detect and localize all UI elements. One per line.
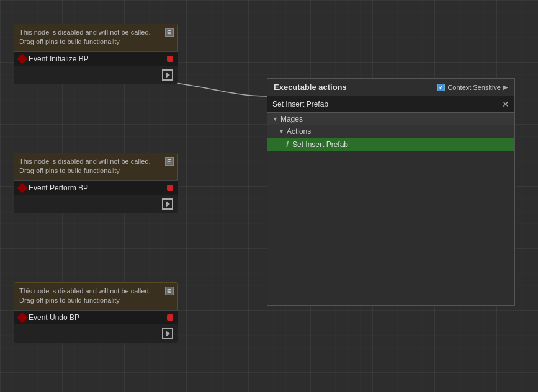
node-event-undo-bp: This node is disabled and will not be ca… bbox=[14, 282, 178, 343]
exec-panel-title: Executable actions bbox=[274, 82, 347, 92]
node-warning-3: This node is disabled and will not be ca… bbox=[14, 282, 178, 310]
function-icon: f bbox=[286, 140, 289, 149]
node-title-1: Event Initialize BP bbox=[29, 55, 164, 63]
node-body-1 bbox=[14, 66, 178, 84]
caret-actions: ▼ bbox=[279, 128, 284, 135]
subcategory-actions[interactable]: ▼ Actions bbox=[267, 125, 514, 138]
node-title-3: Event Undo BP bbox=[29, 313, 164, 322]
exec-arrow-2 bbox=[166, 201, 170, 207]
node-warning-icon-3: ⊟ bbox=[165, 287, 174, 295]
node-header-3: Event Undo BP bbox=[14, 310, 178, 324]
exec-panel-body: ▼ Mages ▼ Actions f Set Insert Prefab bbox=[267, 113, 514, 305]
caret-mages: ▼ bbox=[272, 116, 278, 122]
node-event-initialize-bp: This node is disabled and will not be ca… bbox=[14, 24, 178, 84]
search-bar: ✕ bbox=[267, 96, 514, 113]
action-set-insert-prefab[interactable]: f Set Insert Prefab bbox=[267, 138, 514, 151]
red-dot-2 bbox=[167, 185, 173, 191]
diamond-icon-3 bbox=[17, 312, 28, 323]
node-warning-1: This node is disabled and will not be ca… bbox=[14, 24, 178, 51]
subcategory-actions-label: Actions bbox=[287, 127, 311, 136]
diamond-icon-1 bbox=[17, 53, 28, 64]
exec-pin-out-3[interactable] bbox=[162, 328, 173, 339]
node-header-1: Event Initialize BP bbox=[14, 51, 178, 66]
exec-pin-out-2[interactable] bbox=[162, 198, 173, 210]
action-label: Set Insert Prefab bbox=[292, 140, 348, 149]
red-dot-1 bbox=[167, 56, 173, 62]
context-sensitive-label: Context Sensitive bbox=[447, 84, 501, 91]
category-mages-label: Mages bbox=[280, 115, 303, 123]
category-mages[interactable]: ▼ Mages bbox=[267, 113, 514, 125]
node-warning-icon-1: ⊟ bbox=[165, 28, 174, 37]
diamond-icon-2 bbox=[17, 182, 28, 193]
clear-search-button[interactable]: ✕ bbox=[497, 97, 514, 111]
chevron-right-icon: ▶ bbox=[503, 84, 508, 91]
context-sensitive-toggle[interactable]: ✓ Context Sensitive ▶ bbox=[437, 84, 508, 91]
exec-panel-header: Executable actions ✓ Context Sensitive ▶ bbox=[267, 79, 514, 96]
node-body-2 bbox=[14, 195, 178, 213]
red-dot-3 bbox=[167, 314, 173, 321]
exec-pin-out-1[interactable] bbox=[162, 69, 173, 81]
executable-actions-panel: Executable actions ✓ Context Sensitive ▶… bbox=[267, 78, 515, 306]
exec-arrow-3 bbox=[166, 331, 170, 337]
blueprint-canvas: This node is disabled and will not be ca… bbox=[0, 0, 538, 392]
node-warning-2: This node is disabled and will not be ca… bbox=[14, 153, 178, 180]
node-warning-icon-2: ⊟ bbox=[165, 157, 174, 166]
search-input[interactable] bbox=[267, 96, 497, 112]
node-body-3 bbox=[14, 324, 178, 343]
context-sensitive-checkbox[interactable]: ✓ bbox=[437, 84, 445, 91]
node-event-perform-bp: This node is disabled and will not be ca… bbox=[14, 153, 178, 213]
node-title-2: Event Perform BP bbox=[29, 184, 164, 192]
node-header-2: Event Perform BP bbox=[14, 180, 178, 195]
exec-arrow-1 bbox=[166, 72, 170, 78]
